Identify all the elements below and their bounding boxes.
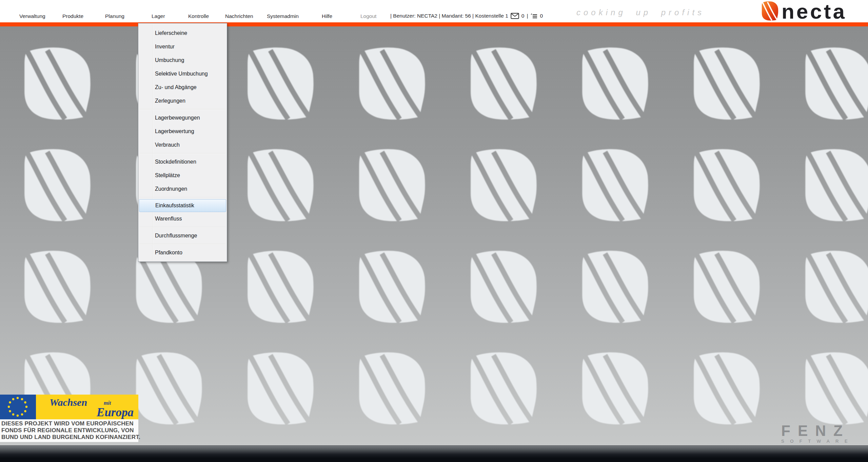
dropdown-item-warenfluss[interactable]: Warenfluss — [138, 212, 227, 226]
top-menu-item-verwaltung[interactable]: Verwaltung — [19, 13, 45, 19]
brand-tagline: cooking up profits — [576, 8, 705, 17]
eu-caption-line: DIESES PROJEKT WIRD VOM EUROPÄISCHEN — [1, 420, 137, 427]
wallpaper — [0, 26, 868, 445]
eu-funding-banner: Wachsen mit Europa DIESES PROJEKT WIRD V… — [0, 395, 138, 442]
necta-leaf-watermark — [242, 47, 316, 121]
top-menu-item-produkte[interactable]: Produkte — [62, 13, 83, 19]
brand-wordmark: necta — [782, 2, 847, 21]
necta-leaf-watermark — [577, 47, 651, 121]
menu-separator — [139, 197, 226, 198]
necta-leaf-watermark — [354, 47, 428, 121]
menu-separator — [139, 244, 226, 245]
bottom-status-bar — [0, 445, 868, 462]
top-menu-item-nachrichten[interactable]: Nachrichten — [225, 13, 253, 19]
necta-leaf-watermark — [242, 251, 316, 324]
eu-stars — [0, 395, 36, 419]
dropdown-item-inventur[interactable]: Inventur — [138, 40, 227, 54]
top-bar: VerwaltungProduktePlanungLagerKontrolleN… — [0, 0, 868, 22]
necta-leaf-watermark — [466, 149, 539, 223]
necta-leaf-watermark — [131, 352, 204, 426]
necta-leaf-watermark — [354, 149, 428, 223]
necta-leaf-watermark — [466, 47, 539, 121]
dropdown-item-durchflussmenge[interactable]: Durchflussmenge — [138, 229, 227, 243]
necta-leaf-watermark — [466, 251, 539, 324]
task-count[interactable]: 0 — [540, 13, 543, 19]
necta-leaf-watermark — [466, 352, 539, 426]
dropdown-item-lagerbewegungen[interactable]: Lagerbewegungen — [138, 111, 227, 125]
mail-count[interactable]: 0 — [521, 13, 525, 19]
eu-banner-top: Wachsen mit Europa — [0, 395, 138, 419]
necta-leaf-watermark — [800, 149, 868, 223]
fenz-software-watermark: FENZ SOFTWARE — [781, 423, 853, 444]
necta-leaf-watermark — [242, 149, 316, 223]
top-menu-item-kontrolle[interactable]: Kontrolle — [188, 13, 209, 19]
dropdown-item-verbrauch[interactable]: Verbrauch — [138, 138, 227, 152]
necta-leaf-watermark — [800, 251, 868, 324]
dropdown-item-einkaufsstatistik[interactable]: Einkaufsstatistik — [139, 199, 226, 212]
dropdown-item-selektive-umbuchung[interactable]: Selektive Umbuchung — [138, 67, 227, 81]
dropdown-item-zuordnungen[interactable]: Zuordnungen — [138, 182, 227, 196]
dropdown-item-lieferscheine[interactable]: Lieferscheine — [138, 26, 227, 40]
lager-dropdown-menu: LieferscheineInventurUmbuchungSelektive … — [138, 23, 227, 262]
task-list-icon[interactable] — [530, 13, 537, 19]
menu-separator — [139, 227, 226, 228]
necta-leaf-watermark — [689, 149, 762, 223]
necta-leaf-icon — [761, 1, 779, 21]
necta-leaf-watermark — [577, 352, 651, 426]
separator-pipe: | — [527, 13, 528, 19]
necta-leaf-watermark — [354, 352, 428, 426]
eu-caption-line: BUND UND LAND BURGENLAND KOFINANZIERT. — [1, 434, 137, 441]
necta-leaf-watermark — [242, 352, 316, 426]
accent-divider — [0, 22, 868, 26]
necta-logo: necta — [761, 1, 847, 21]
necta-leaf-watermark — [19, 47, 93, 121]
dropdown-item-pfandkonto[interactable]: Pfandkonto — [138, 246, 227, 259]
necta-leaf-watermark — [354, 251, 428, 324]
eu-caption-line: FONDS FÜR REGIONALE ENTWICKLUNG, VON — [1, 427, 137, 434]
necta-leaf-watermark — [689, 47, 762, 121]
dropdown-item-umbuchung[interactable]: Umbuchung — [138, 54, 227, 67]
necta-leaf-watermark — [800, 47, 868, 121]
user-info-text: | Benutzer: NECTA2 | Mandant: 56 | Koste… — [390, 13, 508, 19]
eu-heading-europa: Europa — [97, 406, 134, 419]
top-menu-item-planung[interactable]: Planung — [105, 13, 124, 19]
application-window: Wachsen mit Europa DIESES PROJEKT WIRD V… — [0, 0, 868, 462]
dropdown-item-zu-und-abg-nge[interactable]: Zu- und Abgänge — [138, 81, 227, 94]
eu-flag — [0, 395, 36, 419]
fenz-subtitle: SOFTWARE — [781, 439, 853, 444]
menu-separator — [139, 153, 226, 154]
dropdown-item-stellpl-tze[interactable]: Stellplätze — [138, 169, 227, 182]
logout-link[interactable]: Logout — [360, 13, 376, 19]
top-menu-item-hilfe[interactable]: Hilfe — [322, 13, 332, 19]
necta-leaf-watermark — [689, 251, 762, 324]
menu-separator — [139, 109, 226, 110]
eu-heading-mit: mit — [104, 400, 111, 406]
mail-icon[interactable] — [511, 13, 519, 19]
dropdown-item-stockdefinitionen[interactable]: Stockdefinitionen — [138, 155, 227, 169]
necta-leaf-watermark — [689, 352, 762, 426]
dropdown-item-zerlegungen[interactable]: Zerlegungen — [138, 94, 227, 108]
necta-leaf-watermark — [19, 149, 93, 223]
top-menu-item-systemadmin[interactable]: Systemadmin — [267, 13, 299, 19]
eu-heading-wachsen: Wachsen — [50, 397, 87, 408]
necta-leaf-watermark — [577, 149, 651, 223]
necta-leaf-watermark — [800, 352, 868, 426]
necta-leaf-watermark — [577, 251, 651, 324]
eu-funding-caption: DIESES PROJEKT WIRD VOM EUROPÄISCHENFOND… — [0, 419, 138, 442]
top-menu-item-lager[interactable]: Lager — [152, 13, 165, 19]
session-info: | Benutzer: NECTA2 | Mandant: 56 | Koste… — [390, 12, 543, 20]
dropdown-item-lagerbewertung[interactable]: Lagerbewertung — [138, 125, 227, 138]
eu-banner-heading: Wachsen mit Europa — [36, 395, 138, 419]
necta-leaf-watermark — [19, 251, 93, 324]
fenz-name: FENZ — [781, 423, 853, 438]
